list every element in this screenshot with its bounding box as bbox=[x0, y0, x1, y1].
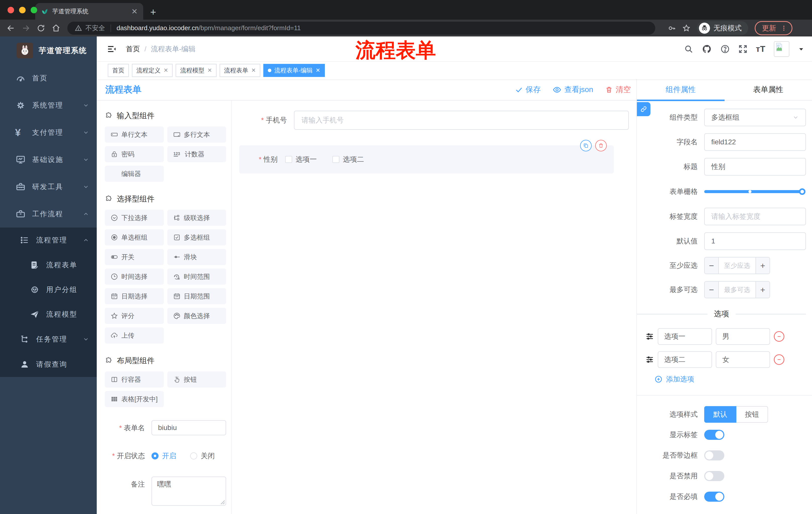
close-icon[interactable]: ✕ bbox=[207, 67, 212, 74]
tag-process-definition[interactable]: 流程定义✕ bbox=[132, 64, 173, 77]
minus-button[interactable]: − bbox=[705, 282, 719, 298]
new-tab-button[interactable]: + bbox=[150, 7, 156, 17]
border-toggle[interactable] bbox=[704, 450, 724, 460]
palette-item-color-picker[interactable]: 颜色选择 bbox=[167, 308, 226, 324]
password-key-icon[interactable] bbox=[668, 24, 676, 32]
palette-item-time-range[interactable]: 时间范围 bbox=[167, 269, 226, 285]
disabled-toggle[interactable] bbox=[704, 471, 724, 481]
phone-input[interactable]: 请输入手机号 bbox=[294, 111, 629, 130]
required-toggle[interactable] bbox=[704, 492, 724, 502]
delete-component-button[interactable] bbox=[595, 140, 607, 152]
remove-option-button[interactable] bbox=[774, 331, 784, 342]
option-text-input[interactable]: 选项一 bbox=[658, 328, 712, 345]
min-select-stepper[interactable]: − 至少应选 + bbox=[704, 257, 770, 274]
palette-item-switch[interactable]: 开关 bbox=[105, 249, 164, 265]
back-icon[interactable] bbox=[6, 24, 15, 32]
palette-item-table[interactable]: 表格[开发中] bbox=[105, 391, 164, 407]
bind-link-button[interactable] bbox=[637, 102, 650, 116]
remark-textarea[interactable]: 嘿嘿 bbox=[151, 477, 226, 506]
window-controls[interactable] bbox=[7, 7, 37, 13]
tag-process-form-edit[interactable]: 流程表单-编辑✕ bbox=[263, 64, 325, 77]
palette-item-single-text[interactable]: 单行文本 bbox=[105, 127, 164, 142]
component-type-select[interactable]: 多选框组 bbox=[704, 109, 806, 126]
sidebar-item-workflow[interactable]: 工作流程 bbox=[0, 200, 97, 227]
sidebar-item-payment[interactable]: ¥ 支付管理 bbox=[0, 119, 97, 146]
save-button[interactable]: 保存 bbox=[515, 84, 541, 95]
add-option-button[interactable]: 添加选项 bbox=[655, 374, 812, 384]
address-bar[interactable]: 不安全 dashboard.yudao.iocoder.cn/bpm/manag… bbox=[67, 22, 655, 35]
zoom-window-button[interactable] bbox=[31, 7, 37, 13]
palette-item-radio-group[interactable]: 单选框组 bbox=[105, 229, 164, 245]
style-button-button[interactable]: 按钮 bbox=[736, 406, 768, 423]
browser-tab[interactable]: 芋道管理系统 ✕ bbox=[35, 3, 143, 20]
palette-item-date-picker[interactable]: 日期选择 bbox=[105, 288, 164, 304]
title-input[interactable]: 性别 bbox=[704, 158, 806, 175]
tab-component-props[interactable]: 组件属性 bbox=[637, 79, 725, 100]
phone-field[interactable]: 手机号 请输入手机号 bbox=[239, 111, 629, 130]
tab-form-props[interactable]: 表单属性 bbox=[725, 79, 812, 100]
form-name-input[interactable]: biubiu bbox=[151, 420, 226, 435]
tag-process-model[interactable]: 流程模型✕ bbox=[176, 64, 216, 77]
close-icon[interactable]: ✕ bbox=[316, 67, 320, 74]
clear-button[interactable]: 清空 bbox=[605, 84, 631, 95]
github-icon[interactable] bbox=[702, 44, 712, 54]
palette-item-slider[interactable]: 滑块 bbox=[167, 249, 226, 265]
sidebar-item-infra[interactable]: 基础设施 bbox=[0, 146, 97, 173]
close-window-button[interactable] bbox=[7, 7, 14, 13]
sidebar-item-home[interactable]: 首页 bbox=[0, 64, 97, 92]
close-icon[interactable]: ✕ bbox=[164, 67, 168, 74]
tab-close-icon[interactable]: ✕ bbox=[132, 7, 138, 16]
palette-item-upload[interactable]: 上传 bbox=[105, 327, 164, 344]
slider-handle[interactable] bbox=[799, 188, 806, 195]
max-select-stepper[interactable]: − 最多可选 + bbox=[704, 281, 770, 298]
palette-item-cascader[interactable]: 级联选择 bbox=[167, 210, 226, 226]
gender-field-selected[interactable]: 性别 选项一 选项二 bbox=[239, 145, 614, 173]
show-label-toggle[interactable] bbox=[704, 430, 724, 440]
forward-icon[interactable] bbox=[22, 24, 30, 32]
update-button[interactable]: 更新 bbox=[755, 21, 792, 35]
palette-item-password[interactable]: 密码 bbox=[105, 146, 164, 162]
close-icon[interactable]: ✕ bbox=[251, 67, 256, 74]
caret-down-icon[interactable] bbox=[798, 46, 805, 52]
sidebar-item-process-model[interactable]: 流程模型 bbox=[0, 302, 97, 327]
bookmark-star-icon[interactable] bbox=[683, 24, 690, 32]
form-grid-slider[interactable] bbox=[704, 190, 802, 193]
plus-button[interactable]: + bbox=[755, 282, 770, 298]
palette-item-button[interactable]: 按钮 bbox=[167, 372, 226, 387]
palette-item-counter[interactable]: 123 计数器 bbox=[167, 146, 226, 162]
gender-option-2[interactable]: 选项二 bbox=[332, 155, 364, 164]
palette-item-checkbox-group[interactable]: 多选框组 bbox=[167, 229, 226, 245]
option-value-input[interactable]: 男 bbox=[716, 328, 770, 345]
sidebar-item-devtools[interactable]: 研发工具 bbox=[0, 173, 97, 200]
font-size-icon[interactable]: тT bbox=[756, 44, 765, 54]
collapse-sidebar-icon[interactable] bbox=[107, 44, 117, 54]
status-radio-on[interactable]: 开启 bbox=[151, 451, 176, 461]
sidebar-item-leave-query[interactable]: 请假查询 bbox=[0, 352, 97, 377]
palette-item-time-picker[interactable]: 时间选择 bbox=[105, 269, 164, 285]
drag-handle-icon[interactable] bbox=[645, 355, 654, 364]
avatar[interactable] bbox=[774, 41, 789, 57]
sidebar-item-process-mgmt[interactable]: 流程管理 bbox=[0, 227, 97, 253]
remove-option-button[interactable] bbox=[774, 354, 784, 365]
sidebar-item-task-mgmt[interactable]: 任务管理 bbox=[0, 327, 97, 352]
app-logo-row[interactable]: 芋道管理系统 bbox=[0, 36, 97, 64]
field-name-input[interactable]: field122 bbox=[704, 133, 806, 151]
tag-home[interactable]: 首页 bbox=[108, 64, 129, 77]
default-value-input[interactable]: 1 bbox=[704, 232, 806, 250]
view-json-button[interactable]: 查看json bbox=[553, 84, 593, 95]
option-value-input[interactable]: 女 bbox=[716, 351, 770, 368]
palette-item-select[interactable]: 下拉选择 bbox=[105, 210, 164, 226]
help-icon[interactable] bbox=[720, 44, 730, 54]
plus-button[interactable]: + bbox=[755, 258, 770, 274]
palette-item-editor[interactable]: 编辑器 bbox=[105, 166, 164, 182]
label-width-input[interactable]: 请输入标签宽度 bbox=[704, 208, 806, 225]
style-default-button[interactable]: 默认 bbox=[704, 406, 736, 423]
breadcrumb-home[interactable]: 首页 bbox=[126, 44, 140, 54]
status-radio-off[interactable]: 关闭 bbox=[190, 451, 215, 461]
home-icon[interactable] bbox=[52, 24, 60, 32]
sidebar-item-process-form[interactable]: 流程表单 bbox=[0, 253, 97, 277]
duplicate-component-button[interactable] bbox=[580, 140, 592, 152]
minus-button[interactable]: − bbox=[705, 258, 719, 274]
sidebar-item-user-group[interactable]: 用户分组 bbox=[0, 277, 97, 302]
palette-item-multi-text[interactable]: 多行文本 bbox=[167, 127, 226, 142]
